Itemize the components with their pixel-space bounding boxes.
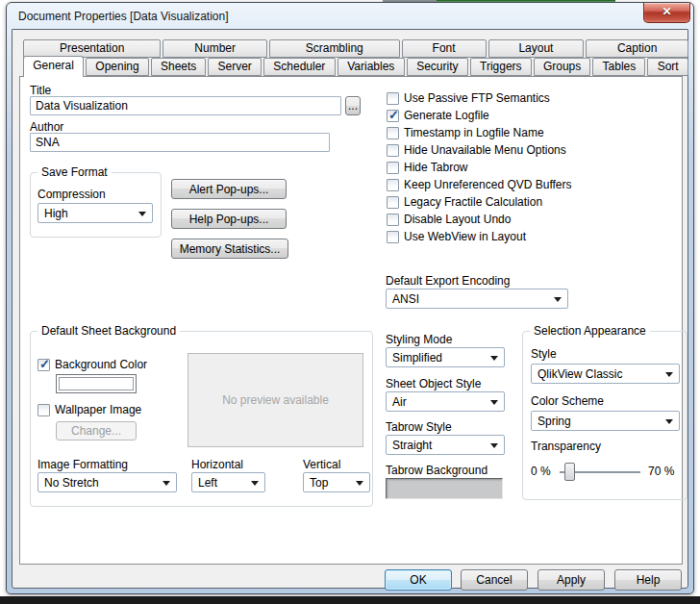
compression-label: Compression [38,188,106,201]
tab-opening[interactable]: Opening [86,58,149,76]
selection-style-label: Style [531,347,557,361]
tabrow-background-swatch[interactable] [386,478,503,499]
legacy-fractile-calculation-checkbox[interactable]: ✓ [387,196,399,209]
option-label: Use WebView in Layout [404,230,526,243]
tab-row-lower: GeneralOpeningSheetsServerSchedulerVaria… [23,58,688,76]
chevron-down-icon [490,356,498,361]
use-webview-in-layout-checkbox[interactable]: ✓ [387,231,399,243]
wallpaper-image-label: Wallpaper Image [55,403,141,416]
author-label: Author [30,120,63,134]
transparency-label: Transparency [531,440,601,453]
color-scheme-label: Color Scheme [531,394,604,408]
chevron-down-icon [490,400,498,405]
transparency-slider-handle[interactable] [564,463,575,481]
alert-popups-button[interactable]: Alert Pop-ups... [171,179,287,199]
chevron-down-icon [356,481,363,486]
help-popups-button[interactable]: Help Pop-ups... [171,209,287,229]
option-label: Generate Logfile [404,109,489,122]
option-label: Use Passive FTP Semantics [404,91,550,105]
options-checkbox-list: ✓Use Passive FTP Semantics✓Generate Logf… [387,89,572,245]
timestamp-in-logfile-name-checkbox[interactable]: ✓ [387,127,399,139]
generate-logfile-checkbox[interactable]: ✓ [387,110,399,122]
wallpaper-preview-panel: No preview available [188,353,363,447]
background-color-swatch[interactable] [56,374,137,393]
document-properties-dialog: Document Properties [Data Visualization]… [6,2,694,594]
chevron-down-icon [665,372,673,377]
option-label: Timestamp in Logfile Name [404,126,544,139]
chevron-down-icon [162,481,170,486]
hide-unavailable-menu-options-checkbox[interactable]: ✓ [387,144,399,157]
tabrow-style-label: Tabrow Style [386,420,452,434]
background-color-label: Background Color [55,358,147,371]
tab-caption[interactable]: Caption [586,39,688,58]
general-tab-page: Title ... Author Save Format Compression… [19,76,683,565]
tab-security[interactable]: Security [407,58,468,76]
option-row-hide-tabrow: ✓Hide Tabrow [387,159,572,176]
cancel-button[interactable]: Cancel [461,569,528,591]
background-color-checkbox[interactable]: ✓ [38,359,50,371]
vertical-label: Vertical [303,458,340,471]
hide-tabrow-checkbox[interactable]: ✓ [387,162,399,174]
transparency-min-label: 0 % [531,465,551,478]
title-input[interactable] [30,96,341,115]
chevron-down-icon [554,297,562,302]
selection-appearance-legend: Selection Appearance [530,324,650,338]
tabrow-style-select[interactable]: Straight [386,435,505,455]
tab-scrambling[interactable]: Scrambling [269,39,400,58]
tab-variables[interactable]: Variables [338,58,405,76]
styling-mode-select[interactable]: Simplified [386,347,505,367]
option-label: Hide Tabrow [404,161,467,174]
horizontal-select[interactable]: Left [191,472,265,492]
help-button[interactable]: Help [614,569,682,591]
check-icon: ✓ [39,357,50,371]
image-formatting-label: Image Formatting [38,458,128,471]
tab-tables[interactable]: Tables [592,58,645,76]
ok-button[interactable]: OK [385,569,452,591]
author-input[interactable] [30,133,330,152]
image-formatting-select[interactable]: No Stretch [38,472,177,492]
tab-scheduler[interactable]: Scheduler [263,58,336,76]
horizontal-label: Horizontal [191,458,243,471]
option-row-hide-unavailable-menu-options: ✓Hide Unavailable Menu Options [387,141,572,159]
window-title: Document Properties [Data Visualization] [18,10,229,23]
check-icon: ✓ [388,108,399,122]
keep-unreferenced-qvd-buffers-checkbox[interactable]: ✓ [387,179,399,191]
color-scheme-select[interactable]: Spring [531,411,680,431]
title-browse-button[interactable]: ... [345,96,361,115]
use-passive-ftp-semantics-checkbox[interactable]: ✓ [387,92,399,105]
tab-triggers[interactable]: Triggers [470,58,532,76]
export-encoding-select[interactable]: ANSI [386,289,568,309]
background-color-checkbox-row: ✓ Background Color [38,356,147,373]
wallpaper-image-checkbox[interactable]: ✓ [38,404,50,416]
option-label: Legacy Fractile Calculation [404,195,542,209]
tab-sort[interactable]: Sort [647,58,688,76]
save-format-legend: Save Format [38,165,112,179]
sheet-object-style-select[interactable]: Air [386,391,505,412]
apply-button[interactable]: Apply [538,569,605,591]
chevron-down-icon [665,419,673,424]
tab-sheets[interactable]: Sheets [151,58,207,76]
tab-groups[interactable]: Groups [534,58,591,76]
selection-appearance-group: Selection Appearance Style QlikView Clas… [522,331,688,500]
tab-font[interactable]: Font [402,39,487,58]
memory-statistics-button[interactable]: Memory Statistics... [171,239,288,259]
option-label: Disable Layout Undo [404,213,511,226]
option-row-timestamp-in-logfile-name: ✓Timestamp in Logfile Name [387,124,572,141]
compression-select[interactable]: High [38,203,153,223]
tab-server[interactable]: Server [208,58,261,76]
vertical-select[interactable]: Top [303,472,370,492]
tab-number[interactable]: Number [162,39,267,58]
disable-layout-undo-checkbox[interactable]: ✓ [387,214,399,226]
change-wallpaper-button[interactable]: Change... [56,421,137,440]
styling-mode-label: Styling Mode [386,333,452,346]
selection-style-select[interactable]: QlikView Classic [531,364,680,384]
chevron-down-icon [490,443,498,448]
close-button[interactable]: ✕ [643,3,690,23]
option-label: Hide Unavailable Menu Options [404,143,566,157]
transparency-slider-track[interactable] [560,471,640,473]
tab-general[interactable]: General [23,56,84,77]
option-row-disable-layout-undo: ✓Disable Layout Undo [387,211,572,228]
dialog-body: PresentationNumberScramblingFontLayoutCa… [12,29,688,589]
option-label: Keep Unreferenced QVD Buffers [404,178,572,191]
tab-layout[interactable]: Layout [488,39,585,58]
